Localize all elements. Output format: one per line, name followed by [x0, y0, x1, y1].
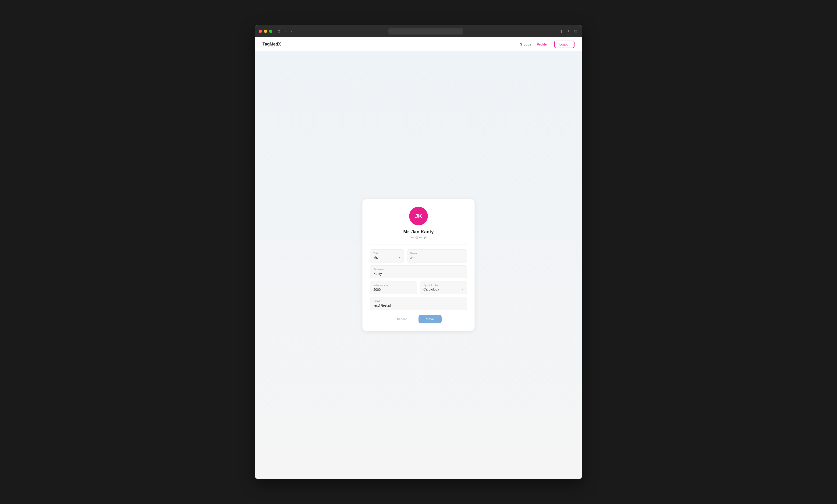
initiation-year-field[interactable]: Initiation year 2000: [370, 281, 417, 294]
surname-row: Surname Kanty: [370, 265, 467, 278]
new-tab-icon[interactable]: +: [566, 28, 571, 35]
surname-value: Kanty: [373, 272, 382, 276]
top-nav: TagMedX Groups Profile Logout: [255, 37, 582, 51]
app-logo: TagMedX: [263, 42, 520, 47]
main-area: JK Mr. Jan Kanty test@test.pl Title Mr. …: [255, 51, 582, 479]
surname-label: Surname: [373, 268, 464, 271]
form-section: Title Mr. ▾ Name Jan: [370, 244, 467, 323]
specialization-value: Cardiology: [423, 287, 439, 291]
avatar: JK: [409, 207, 428, 225]
avatar-section: JK Mr. Jan Kanty test@test.pl: [370, 207, 467, 239]
surname-field[interactable]: Surname Kanty: [370, 265, 467, 278]
chevron-down-icon: ▾: [399, 256, 400, 259]
share-icon[interactable]: ⬆: [558, 28, 564, 35]
maximize-button[interactable]: [269, 30, 272, 33]
address-bar: localhost: [297, 28, 554, 35]
initiation-year-label: Initiation year: [373, 284, 414, 286]
title-field[interactable]: Title Mr. ▾: [370, 249, 404, 262]
tabs-icon[interactable]: ⧉: [573, 28, 578, 35]
specialization-select[interactable]: Cardiology ▾: [423, 287, 464, 291]
email-label: Email: [373, 300, 464, 302]
nav-links: Groups Profile: [520, 42, 547, 46]
forward-icon[interactable]: ›: [289, 29, 293, 34]
sidebar-toggle-icon[interactable]: ⊡: [276, 29, 282, 34]
initiation-specialization-row: Initiation year 2000 Specialization Card…: [370, 281, 467, 294]
initiation-year-value: 2000: [373, 288, 381, 292]
app-content: TagMedX Groups Profile Logout JK Mr. Jan…: [255, 37, 582, 479]
profile-card: JK Mr. Jan Kanty test@test.pl Title Mr. …: [362, 199, 475, 331]
name-label: Name: [410, 252, 464, 255]
url-input[interactable]: localhost: [388, 28, 463, 35]
specialization-field[interactable]: Specialization Cardiology ▾: [420, 281, 467, 294]
email-row: Email test@test.pl: [370, 297, 467, 310]
email-field[interactable]: Email test@test.pl: [370, 297, 467, 310]
back-icon[interactable]: ‹: [284, 29, 287, 34]
specialization-label: Specialization: [423, 284, 464, 286]
name-value: Jan: [410, 256, 415, 260]
save-button[interactable]: Save: [418, 315, 441, 323]
browser-chrome: ⊡ ‹ › localhost ⬆ + ⧉: [255, 25, 582, 37]
browser-controls: ⊡ ‹ ›: [276, 29, 293, 34]
logout-button[interactable]: Logout: [554, 41, 574, 48]
chevron-down-icon: ▾: [462, 288, 464, 291]
nav-link-groups[interactable]: Groups: [520, 42, 531, 46]
traffic-lights: [259, 30, 272, 33]
form-actions: Discard Save: [370, 315, 467, 323]
title-value: Mr.: [373, 256, 378, 259]
title-label: Title: [373, 252, 400, 255]
user-email: test@test.pl: [411, 236, 427, 239]
minimize-button[interactable]: [264, 30, 267, 33]
title-name-row: Title Mr. ▾ Name Jan: [370, 249, 467, 262]
nav-link-profile[interactable]: Profile: [537, 42, 547, 46]
browser-window: ⊡ ‹ › localhost ⬆ + ⧉ TagMedX Groups Pro…: [255, 25, 582, 479]
close-button[interactable]: [259, 30, 262, 33]
user-name: Mr. Jan Kanty: [403, 229, 434, 235]
title-select[interactable]: Mr. ▾: [373, 256, 400, 259]
name-field[interactable]: Name Jan: [407, 249, 467, 262]
browser-actions: ⬆ + ⧉: [558, 28, 578, 35]
discard-button[interactable]: Discard: [395, 317, 407, 321]
email-value: test@test.pl: [373, 303, 391, 307]
